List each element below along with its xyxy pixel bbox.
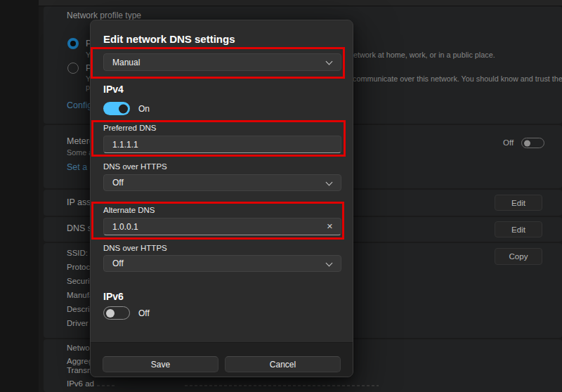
ip-assignment-edit-button[interactable]: Edit [495,195,542,211]
alternate-dns-field-wrap: ✕ [103,218,341,235]
alternate-dns-label: Alternate DNS [103,206,155,214]
configure-firewall-link[interactable]: Config [67,100,92,110]
public-network-desc-right: network at home, work, or in a public pl… [349,51,495,59]
toggle-knob [106,309,115,318]
doh-label-2: DNS over HTTPS [103,244,167,252]
cancel-button[interactable]: Cancel [225,356,341,372]
section-title: Network profile type [67,11,141,20]
detail-row-network-band: Netwo [67,344,90,352]
doh-dropdown-1[interactable]: Off [103,174,341,191]
detail-row-ipv6: IPv6 ad [67,379,94,388]
property-row-ssid: SSID: [67,249,88,257]
chevron-down-icon [326,259,333,266]
ipv4-toggle[interactable] [103,102,130,115]
ipv4-heading: IPv4 [103,84,124,95]
dim-background-text [185,385,379,386]
metered-toggle[interactable] [521,138,544,148]
dns-mode-value: Manual [112,58,140,67]
doh-label-1: DNS over HTTPS [103,162,167,171]
preferred-dns-field-wrap [103,136,341,153]
toggle-knob [524,140,530,146]
toggle-knob [119,104,128,113]
settings-sidebar [0,0,39,392]
doh-value-2: Off [112,259,124,268]
dim-background-text [97,385,117,386]
private-network-radio[interactable] [67,63,79,74]
ipv6-toggle[interactable] [103,306,130,320]
dialog-title: Edit network DNS settings [103,33,235,45]
screen: Network profile type Pu Yo network at ho… [0,0,562,392]
preferred-dns-input[interactable] [104,136,341,152]
clear-input-icon[interactable]: ✕ [327,222,333,231]
dialog-footer: Save Cancel [91,342,353,377]
ipv4-toggle-label: On [138,104,150,114]
detail-row-aggregated: Aggreg [67,357,93,365]
doh-value-1: Off [112,178,124,188]
copy-button[interactable]: Copy [495,248,542,265]
metered-toggle-label: Off [503,138,514,147]
save-button[interactable]: Save [103,356,218,372]
ipv6-toggle-label: Off [138,308,150,318]
chevron-down-icon [326,58,333,65]
edit-dns-dialog: Edit network DNS settings Manual IPv4 On… [90,20,353,377]
preferred-dns-label: Preferred DNS [103,124,156,132]
private-network-desc-right: communicate over this network. You shoul… [353,74,562,83]
public-network-radio[interactable] [67,38,79,49]
doh-dropdown-2[interactable]: Off [103,255,341,272]
alternate-dns-input[interactable] [104,218,341,235]
dns-mode-dropdown[interactable]: Manual [103,53,341,71]
ipv6-heading: IPv6 [103,291,124,302]
previous-card-edge [39,0,562,6]
dns-assignment-edit-button[interactable]: Edit [495,221,542,237]
chevron-down-icon [326,178,333,185]
